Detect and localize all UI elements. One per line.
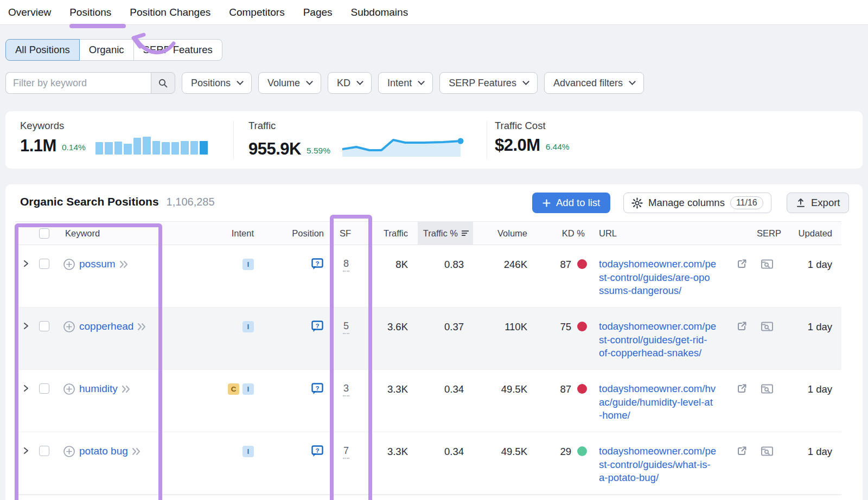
external-link-icon[interactable]	[737, 321, 747, 331]
column-header-traffic-pct[interactable]: Traffic %	[418, 222, 473, 245]
column-header-traffic[interactable]: Traffic	[374, 222, 418, 245]
keyword-details-icon[interactable]	[119, 260, 129, 268]
keyword-filter-input[interactable]	[5, 72, 151, 94]
stat-label: Traffic Cost	[495, 120, 570, 132]
row-checkbox[interactable]	[39, 259, 49, 269]
column-header-serp[interactable]: SERP	[749, 222, 786, 245]
serp-preview-icon[interactable]	[761, 259, 774, 270]
results-count: 1,106,285	[167, 196, 215, 208]
sf-count[interactable]: 8	[343, 258, 349, 272]
keyword-link[interactable]: potato bug	[79, 445, 128, 458]
table-row: copperhead I ? 5 3.6K 0.37 110K 75 today…	[15, 307, 841, 370]
keyword-link[interactable]: possum	[79, 258, 116, 271]
column-header-updated[interactable]: Updated	[786, 222, 841, 245]
expand-row-icon[interactable]	[23, 322, 29, 330]
row-checkbox[interactable]	[39, 446, 49, 456]
kd-value: 87	[560, 383, 571, 395]
url-link[interactable]: todayshomeowner.com/pe st-control/guides…	[599, 258, 716, 296]
divider	[487, 121, 487, 159]
updated-cell: 1 day	[786, 245, 841, 307]
kd-dot	[577, 384, 587, 394]
export-button[interactable]: Export	[787, 193, 849, 213]
add-keyword-icon[interactable]	[63, 258, 75, 271]
serp-preview-icon[interactable]	[761, 321, 774, 332]
filter-dropdown-kd[interactable]: KD	[328, 72, 372, 94]
add-keyword-icon[interactable]	[63, 383, 75, 395]
tab-overview[interactable]: Overview	[8, 7, 51, 18]
filter-dropdown-intent[interactable]: Intent	[378, 72, 433, 94]
kd-value: 29	[560, 446, 571, 458]
add-keyword-icon[interactable]	[63, 445, 75, 458]
position-type-segments: All Positions Organic SERP Features	[5, 39, 222, 61]
select-all-checkbox[interactable]	[39, 228, 49, 239]
filter-dropdown-serp-features[interactable]: SERP Features	[439, 72, 538, 94]
intent-badge-informational: I	[242, 446, 254, 457]
filter-dropdown-advanced[interactable]: Advanced filters	[544, 72, 644, 94]
search-icon	[158, 78, 168, 88]
row-checkbox[interactable]	[39, 383, 49, 394]
filter-dropdown-volume[interactable]: Volume	[258, 72, 321, 94]
keyword-details-icon[interactable]	[137, 323, 146, 331]
position-question-icon[interactable]: ?	[311, 258, 324, 271]
tab-competitors[interactable]: Competitors	[229, 7, 284, 18]
keyword-link[interactable]: humidity	[79, 382, 118, 395]
keyword-details-icon[interactable]	[132, 447, 141, 456]
add-to-list-button[interactable]: Add to list	[532, 193, 610, 213]
traffic-pct-cell: 0.37	[418, 307, 473, 369]
filter-bar: Positions Volume KD Intent SERP Features…	[5, 72, 644, 94]
expand-row-icon[interactable]	[23, 446, 29, 455]
keyword-link[interactable]: copperhead	[79, 320, 133, 333]
url-link[interactable]: todayshomeowner.com/pe st-control/guides…	[599, 320, 716, 358]
overview-stats-card: Keywords 1.1M 0.14% Traffic 955.9K 5.59%…	[5, 111, 863, 169]
serp-preview-icon[interactable]	[761, 446, 774, 457]
column-header-position[interactable]: Position	[267, 222, 332, 245]
chevron-down-icon	[306, 78, 313, 85]
tab-pages[interactable]: Pages	[303, 7, 333, 18]
traffic-pct-cell: 0.34	[418, 370, 473, 432]
segment-all-positions[interactable]: All Positions	[5, 39, 80, 61]
plus-icon	[542, 199, 551, 207]
url-link[interactable]: todayshomeowner.com/hv ac/guide/humidity…	[599, 383, 716, 421]
volume-cell: 110K	[473, 307, 537, 369]
external-link-icon[interactable]	[737, 446, 747, 456]
position-question-icon[interactable]: ?	[311, 320, 324, 333]
sf-count[interactable]: 3	[343, 383, 349, 396]
table-title: Organic Search Positions1,106,285	[20, 195, 215, 208]
column-header-keyword[interactable]: Keyword	[55, 222, 177, 245]
traffic-cell: 3.3K	[374, 370, 418, 432]
traffic-cell: 3.6K	[374, 307, 418, 369]
traffic-trend-chart	[342, 136, 466, 158]
positions-table: Keyword Intent Position SF Traffic Traff…	[15, 221, 841, 495]
segment-organic[interactable]: Organic	[79, 39, 134, 61]
sf-count[interactable]: 7	[343, 445, 349, 459]
traffic-cost-change: 6.44%	[546, 142, 570, 152]
external-link-icon[interactable]	[737, 383, 747, 394]
svg-text:?: ?	[315, 385, 319, 392]
expand-row-icon[interactable]	[23, 384, 29, 393]
url-link[interactable]: todayshomeowner.com/pe st-control/guides…	[599, 445, 716, 483]
tab-position-changes[interactable]: Position Changes	[130, 7, 210, 18]
column-header-intent[interactable]: Intent	[177, 222, 267, 245]
search-button[interactable]	[151, 72, 175, 94]
row-checkbox[interactable]	[39, 321, 49, 331]
manage-columns-button[interactable]: Manage columns 11/16	[623, 193, 771, 213]
sf-count[interactable]: 5	[343, 320, 349, 334]
traffic-change: 5.59%	[307, 146, 330, 156]
intent-badge-informational: I	[242, 383, 254, 395]
tab-subdomains[interactable]: Subdomains	[351, 7, 409, 18]
position-question-icon[interactable]: ?	[311, 445, 324, 458]
column-header-sf[interactable]: SF	[332, 222, 374, 245]
tab-positions[interactable]: Positions	[69, 7, 111, 18]
stat-traffic: Traffic 955.9K 5.59%	[248, 120, 466, 158]
filter-dropdown-positions[interactable]: Positions	[182, 72, 252, 94]
position-question-icon[interactable]: ?	[311, 382, 324, 395]
keyword-details-icon[interactable]	[122, 385, 131, 393]
segment-serp-features[interactable]: SERP Features	[133, 39, 222, 61]
expand-row-icon[interactable]	[23, 259, 29, 268]
serp-preview-icon[interactable]	[761, 383, 774, 395]
add-keyword-icon[interactable]	[63, 320, 75, 333]
external-link-icon[interactable]	[737, 259, 747, 269]
column-header-kd[interactable]: KD %	[537, 222, 598, 245]
column-header-url[interactable]: URL	[598, 222, 749, 245]
column-header-volume[interactable]: Volume	[473, 222, 537, 245]
